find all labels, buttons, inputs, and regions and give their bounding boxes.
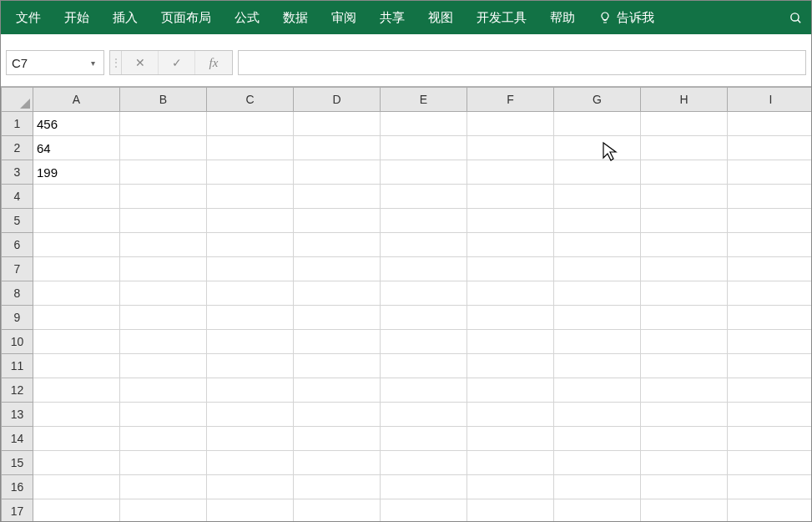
col-header-C[interactable]: C (207, 88, 294, 112)
cell[interactable] (33, 499, 120, 523)
cell[interactable] (120, 160, 207, 185)
cell[interactable] (207, 451, 294, 475)
tab-insert[interactable]: 插入 (101, 1, 149, 34)
cell[interactable] (33, 233, 120, 257)
cell[interactable] (728, 427, 813, 451)
cell[interactable] (554, 112, 641, 136)
col-header-D[interactable]: D (294, 88, 381, 112)
cell[interactable] (120, 499, 207, 523)
cell[interactable] (554, 209, 641, 233)
cell[interactable] (467, 160, 554, 185)
cell[interactable] (207, 281, 294, 306)
cell[interactable] (728, 306, 813, 330)
cell[interactable] (381, 257, 467, 281)
cell[interactable] (641, 330, 728, 354)
cell[interactable] (554, 354, 641, 378)
tab-home[interactable]: 开始 (53, 1, 101, 34)
cell[interactable] (294, 209, 381, 233)
insert-function-button[interactable]: fx (195, 51, 232, 74)
cell[interactable] (381, 427, 467, 451)
tab-developer[interactable]: 开发工具 (465, 1, 538, 34)
cell[interactable] (381, 112, 467, 136)
cell[interactable] (294, 306, 381, 330)
cell[interactable] (120, 185, 207, 209)
cell[interactable] (294, 403, 381, 427)
cell[interactable] (294, 330, 381, 354)
cell[interactable] (33, 257, 120, 281)
cell[interactable] (381, 281, 467, 306)
col-header-E[interactable]: E (381, 88, 467, 112)
cell[interactable] (467, 403, 554, 427)
ribbon-search[interactable] (784, 1, 808, 34)
cell[interactable] (641, 427, 728, 451)
row-header-6[interactable]: 6 (2, 233, 33, 257)
cell[interactable] (467, 354, 554, 378)
cell[interactable] (554, 378, 641, 403)
name-box[interactable] (7, 54, 82, 72)
cell[interactable] (120, 233, 207, 257)
cell[interactable] (120, 403, 207, 427)
cell[interactable] (207, 378, 294, 403)
name-box-dropdown[interactable]: ▾ (82, 58, 103, 68)
cell[interactable] (294, 136, 381, 160)
cell[interactable] (554, 403, 641, 427)
col-header-B[interactable]: B (120, 88, 207, 112)
row-header-1[interactable]: 1 (2, 112, 33, 136)
tab-share[interactable]: 共享 (368, 1, 416, 34)
cell[interactable] (554, 281, 641, 306)
cell[interactable]: 456 (33, 112, 120, 136)
cell[interactable] (207, 112, 294, 136)
cell[interactable] (381, 209, 467, 233)
cell[interactable] (120, 451, 207, 475)
tab-page-layout[interactable]: 页面布局 (149, 1, 223, 34)
cell[interactable] (467, 451, 554, 475)
cell[interactable] (33, 403, 120, 427)
cell[interactable] (728, 136, 813, 160)
col-header-I[interactable]: I (728, 88, 813, 112)
cell[interactable] (467, 257, 554, 281)
row-header-2[interactable]: 2 (2, 136, 33, 160)
cell[interactable] (641, 475, 728, 499)
cell[interactable] (294, 475, 381, 499)
cell[interactable] (641, 499, 728, 523)
cell[interactable] (467, 185, 554, 209)
cell[interactable] (381, 475, 467, 499)
cell[interactable] (728, 257, 813, 281)
cell[interactable] (294, 233, 381, 257)
tab-review[interactable]: 审阅 (320, 1, 368, 34)
cell[interactable] (554, 257, 641, 281)
cell[interactable] (33, 378, 120, 403)
cell[interactable] (554, 427, 641, 451)
cell[interactable] (120, 257, 207, 281)
cancel-button[interactable]: ✕ (122, 51, 159, 74)
tell-me[interactable]: 告诉我 (587, 10, 666, 26)
cell[interactable] (554, 306, 641, 330)
cell[interactable] (207, 499, 294, 523)
tab-help[interactable]: 帮助 (538, 1, 587, 34)
cell[interactable] (728, 330, 813, 354)
cell[interactable] (381, 330, 467, 354)
cell[interactable] (728, 378, 813, 403)
cell[interactable] (467, 427, 554, 451)
cell[interactable] (294, 354, 381, 378)
cell[interactable] (120, 281, 207, 306)
tab-formulas[interactable]: 公式 (223, 1, 271, 34)
cell[interactable] (207, 306, 294, 330)
cell[interactable] (728, 160, 813, 185)
cell[interactable] (381, 160, 467, 185)
cell[interactable] (120, 306, 207, 330)
cell[interactable] (207, 209, 294, 233)
cell[interactable] (207, 160, 294, 185)
cell[interactable] (554, 475, 641, 499)
cell[interactable] (207, 257, 294, 281)
cell[interactable] (120, 136, 207, 160)
cell[interactable] (728, 403, 813, 427)
cell[interactable] (554, 136, 641, 160)
cell[interactable] (381, 233, 467, 257)
cell[interactable] (33, 354, 120, 378)
cell[interactable] (554, 330, 641, 354)
cell[interactable] (554, 451, 641, 475)
cell[interactable] (33, 451, 120, 475)
cell[interactable] (728, 354, 813, 378)
col-header-H[interactable]: H (641, 88, 728, 112)
